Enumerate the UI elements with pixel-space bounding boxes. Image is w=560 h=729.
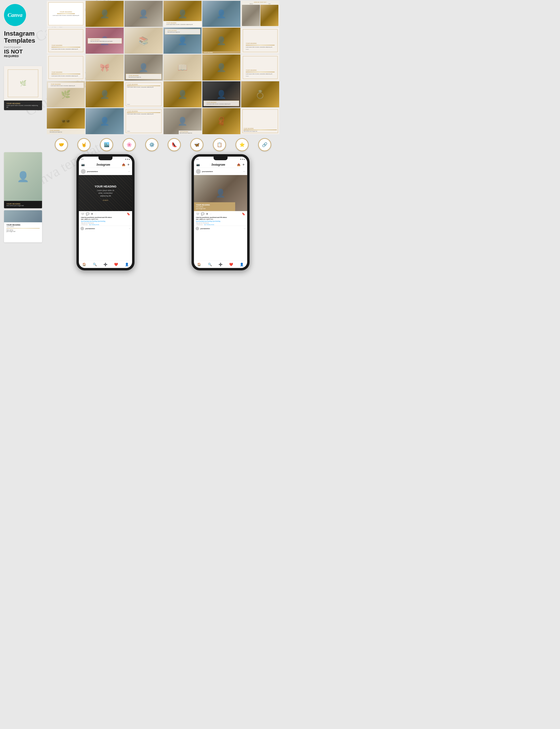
highlight-icon-4[interactable]: 🌸	[123, 138, 136, 151]
template-card-before-after: HERE BE YOUR TEXT Before After	[241, 1, 279, 27]
template-card-10: 👤 YOUR HEADING Here will be your longer …	[164, 28, 202, 54]
phone-screen-2: 9:41 ▲▲▲ 📷 Instagram 📤 ✈ yournamehere ··…	[194, 157, 247, 268]
phone-screen-1: 9:41 ▲▲▲ 📷 Instagram 📤 ✈ yournamehere ··…	[79, 157, 132, 268]
ig-avatar-1	[81, 169, 86, 174]
template-card-7: YOUR HEADING Lorem ipsum dolor sit amet,…	[47, 28, 85, 54]
phone-mockup-1: 9:41 ▲▲▲ 📷 Instagram 📤 ✈ yournamehere ··…	[76, 154, 134, 270]
highlight-icon-5[interactable]: ⚙️	[145, 138, 158, 151]
template-card-2: 👤	[86, 1, 124, 27]
story-portrait: 👤 YOUR HEADING Here will be your longer …	[4, 152, 42, 208]
ig-bottom-nav-2[interactable]: 🏠 🔍 ➕ ❤️ 👤	[194, 261, 247, 268]
template-card-24: 💍	[241, 81, 279, 107]
template-grid: YOUR HEADING Lorem ipsum dolor sit amet,…	[46, 0, 280, 135]
story-square-card: YOUR HEADING Your subtitle Here will bey…	[4, 210, 42, 242]
ig-post-header-1: yournamehere ···	[79, 168, 132, 175]
ig-post-image-dark: YOUR HEADING Lorem ipsum dolor sitamet, …	[79, 175, 132, 211]
ig-bottom-nav-1[interactable]: 🏠 🔍 ➕ ❤️ 👤	[79, 261, 132, 268]
highlight-icon-7[interactable]: 🦋	[190, 138, 203, 151]
template-card-16: 📖	[164, 54, 202, 80]
left-sidebar: Canva InstagramTemplates PHOTOSHOP IS NO…	[0, 0, 46, 62]
stories-section: 🌿 YOUR HEADING Lorem ipsum dolor sit ame…	[0, 66, 46, 110]
highlight-icon-8[interactable]: 📋	[213, 138, 226, 151]
phone-mockup-2: 9:41 ▲▲▲ 📷 Instagram 📤 ✈ yournamehere ··…	[192, 154, 250, 270]
phone-notch-2	[214, 157, 228, 160]
highlights-row: 🤝 🤘 🏙️ 🌸 ⚙️ 👠 🦋 📋 ⭐ 🔗	[46, 136, 280, 153]
template-card-17: 👤	[202, 54, 240, 80]
template-card-9: 📚	[124, 28, 163, 54]
ig-post-image-photo: 👤 YOUR HEADING Here will beyour longer t…	[194, 175, 247, 211]
instagram-nav-1: 📷 Instagram 📤 ✈	[79, 161, 132, 168]
ig-avatar-2	[196, 169, 201, 174]
highlight-icon-2[interactable]: 🤘	[77, 138, 90, 151]
template-card-19: 🌿 YOUR HEADING Lorem ipsum dolor sit ame…	[47, 81, 85, 107]
template-card-13: YOUR HEADING Lorem ipsum dolor sit amet,…	[47, 54, 85, 80]
main-title: InstagramTemplates	[4, 30, 42, 44]
template-card-30: YOUR HEADING Here will be your longer te…	[241, 108, 279, 134]
canva-logo: Canva	[4, 4, 26, 26]
highlight-icon-10[interactable]: 🔗	[258, 138, 271, 151]
ig-actions-2: 🤍 💬 ✈ ··· 🔖	[194, 211, 247, 217]
template-card-20: 👤	[86, 81, 124, 107]
template-card-25: 🕶️ YOUR HEADING Here will be your longer…	[47, 108, 85, 134]
subtitle-block: PHOTOSHOP IS NOT REQUIRED	[4, 46, 42, 58]
highlight-icon-1[interactable]: 🤝	[55, 138, 68, 151]
highlight-icon-6[interactable]: 👠	[168, 138, 181, 151]
story-card-tall: 🌿 YOUR HEADING Lorem ipsum dolor sit ame…	[4, 66, 42, 110]
highlight-icon-9[interactable]: ⭐	[236, 138, 249, 151]
template-card-11: 👤 YOUR HEADING	[202, 28, 240, 54]
template-card-8: 👤 YOUR HEADING Here you can post a detai…	[86, 28, 124, 54]
template-card-23: 👤 YOUR HEADING Lorem ipsum dolor sit ame…	[202, 81, 240, 107]
template-card-14: 🎀	[86, 54, 124, 80]
template-card-12: YOUR HEADING Lorem ipsum dolor sit amet,…	[241, 28, 279, 54]
phones-section: 9:41 ▲▲▲ 📷 Instagram 📤 ✈ yournamehere ··…	[46, 152, 280, 272]
ig-actions-1: 🤍 💬 ✈ ··· 🔖	[79, 211, 132, 217]
template-card-21: YOUR HEADING Lorem ipsum dolor sit amet,…	[124, 81, 163, 107]
template-card-4: 👤 YOUR HEADING Lorem ipsum dolor sit ame…	[164, 1, 202, 27]
template-card-15: 👤 YOUR HEADING Here will be your longer …	[124, 54, 163, 80]
instagram-nav-2: 📷 Instagram 📤 ✈	[194, 161, 247, 168]
template-card-5: 👤	[202, 1, 240, 27]
template-card-22: 👤	[164, 81, 202, 107]
template-card-26: 👤	[86, 108, 124, 134]
template-card-28: 👤 YOUR HEADING Here will be your longer …	[164, 108, 202, 134]
ig-post-header-2: yournamehere ···	[194, 168, 247, 175]
highlight-icon-3[interactable]: 🏙️	[100, 138, 113, 151]
template-card-27: YOUR HEADING Lorem ipsum dolor sit amet,…	[124, 108, 163, 134]
template-card-18: YOUR HEADING Lorem ipsum dolor sit amet,…	[241, 54, 279, 80]
phone-notch-1	[98, 157, 112, 160]
template-card-3: 👤	[124, 1, 163, 27]
template-card-1: YOUR HEADING Lorem ipsum dolor sit amet,…	[47, 1, 85, 27]
left-story-section: 👤 YOUR HEADING Here will be your longer …	[0, 152, 46, 242]
template-card-29: 🧣	[202, 108, 240, 134]
